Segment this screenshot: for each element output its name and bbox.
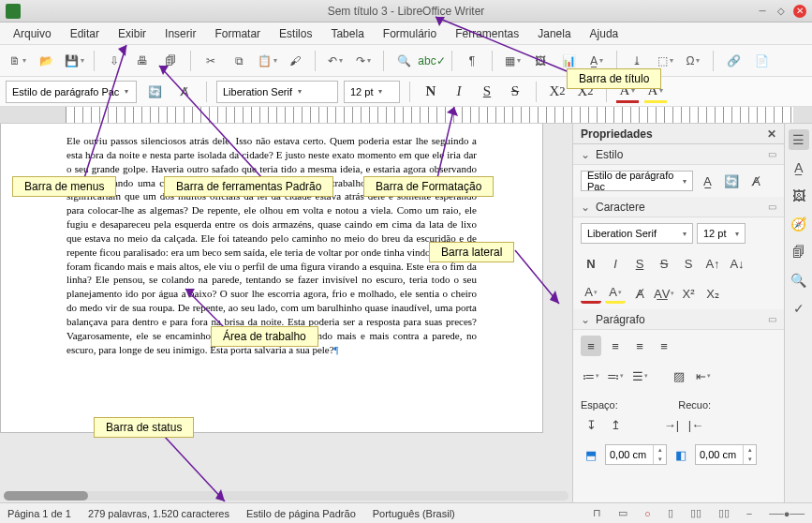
status-word-count[interactable]: 279 palavras, 1.520 caracteres (88, 508, 229, 519)
sidebar-size-combo[interactable]: 12 pt▾ (697, 223, 746, 244)
space-decrease-button[interactable]: ↥ (605, 414, 626, 435)
status-selection-mode[interactable]: ▭ (618, 507, 627, 519)
indent-before-spin[interactable]: ▴▾ (695, 444, 757, 465)
menu-estilos[interactable]: Estilos (272, 25, 319, 42)
maximize-button[interactable]: ◇ (775, 5, 788, 18)
paragraph-style-combo[interactable]: Estilo de parágrafo Pac▾ (6, 81, 137, 103)
sb-superscript-button[interactable]: X² (678, 283, 699, 304)
sb-shadow-button[interactable]: S (678, 253, 699, 274)
bullet-list-button[interactable]: ≔ (581, 366, 601, 386)
tab-navigator[interactable]: 🧭 (789, 214, 809, 234)
indent-increase-button[interactable]: →| (661, 414, 682, 435)
print-button[interactable]: 🖶 (130, 49, 155, 73)
hyperlink-button[interactable]: 🔗 (721, 49, 746, 73)
menu-arquivo[interactable]: Arquivo (6, 25, 59, 42)
menu-tabela[interactable]: Tabela (323, 25, 371, 42)
font-name-combo[interactable]: Liberation Serif▾ (216, 81, 338, 103)
status-view-single[interactable]: ▯ (668, 507, 673, 519)
indent-decrease2-button[interactable]: |← (686, 414, 706, 435)
sidebar-para-style-combo[interactable]: Estilo de parágrafo Pac▾ (581, 171, 693, 191)
menu-formatar[interactable]: Formatar (207, 25, 268, 42)
new-style-icon[interactable]: A̲ (697, 171, 717, 191)
find-button[interactable]: 🔍 (391, 49, 416, 73)
align-left-button[interactable]: ≡ (581, 336, 601, 356)
tab-styles[interactable]: A̲ (789, 157, 809, 178)
tab-gallery[interactable]: 🖼 (789, 186, 809, 206)
italic-button[interactable]: I (448, 81, 470, 103)
insert-image-button[interactable]: 🖼 (528, 49, 553, 73)
status-insert-mode[interactable]: ⊓ (593, 507, 601, 519)
footnote-button[interactable]: 📄 (749, 49, 774, 73)
paragraph-panel-header[interactable]: Parágrafo▭ (573, 309, 784, 330)
redo-button[interactable]: ↷ (351, 49, 376, 73)
character-panel-header[interactable]: Caractere▭ (573, 197, 784, 217)
indent-decrease-button[interactable]: ⇤ (693, 366, 714, 386)
status-page[interactable]: Página 1 de 1 (7, 508, 71, 519)
align-justify-button[interactable]: ≡ (654, 336, 674, 356)
outline-list-button[interactable]: ☰ (629, 366, 650, 386)
sidebar-font-combo[interactable]: Liberation Serif▾ (581, 223, 693, 244)
update-style-button[interactable]: 🔄 (142, 80, 167, 104)
strikethrough-button[interactable]: S (504, 81, 526, 103)
close-button[interactable]: ✕ (793, 5, 806, 18)
underline-button[interactable]: S (476, 81, 498, 103)
update-style-icon[interactable]: 🔄 (721, 171, 742, 191)
tab-properties[interactable]: ☰ (789, 129, 809, 150)
status-page-style[interactable]: Estilo de página Padrão (246, 508, 356, 519)
superscript-button[interactable]: X2 (546, 81, 568, 103)
paste-button[interactable]: 📋 (255, 49, 279, 73)
new-style-button[interactable]: A̸ (172, 80, 197, 104)
tab-inspector[interactable]: 🔍 (789, 270, 809, 291)
spellcheck-button[interactable]: abc✓ (420, 49, 444, 73)
print-preview-button[interactable]: 🗐 (158, 49, 183, 73)
edit-style-icon[interactable]: A̸ (746, 171, 766, 191)
sb-char-spacing-button[interactable]: A͟V (654, 283, 674, 304)
menu-ferramentas[interactable]: Ferramentas (448, 25, 526, 42)
sb-highlight-button[interactable]: A (605, 283, 626, 304)
clone-format-button[interactable]: 🖌 (283, 49, 307, 73)
menu-formulario[interactable]: Formulário (376, 25, 444, 42)
status-view-multi[interactable]: ▯▯ (690, 507, 701, 519)
menu-inserir[interactable]: Inserir (157, 25, 203, 42)
page[interactable]: Ele ouviu passos silenciosos atrás dele.… (0, 124, 543, 433)
export-pdf-button[interactable]: ⇩ (102, 49, 126, 73)
special-char-button[interactable]: Ω (681, 49, 705, 73)
status-signature-icon[interactable]: ○ (644, 508, 651, 519)
number-list-button[interactable]: ≕ (605, 366, 626, 386)
sidebar-close-icon[interactable]: ✕ (767, 127, 776, 141)
sb-increase-size-button[interactable]: A↑ (702, 253, 723, 274)
bold-button[interactable]: N (420, 81, 442, 103)
tab-manage-changes[interactable]: ✓ (789, 298, 809, 319)
align-center-button[interactable]: ≡ (605, 336, 626, 356)
formatting-marks-button[interactable]: ¶ (460, 49, 484, 73)
menu-exibir[interactable]: Exibir (111, 25, 154, 42)
sb-strike-button[interactable]: S (654, 253, 674, 274)
align-right-button[interactable]: ≡ (629, 336, 650, 356)
status-zoom-out[interactable]: − (746, 508, 752, 519)
cut-button[interactable]: ✂ (199, 49, 223, 73)
space-increase-button[interactable]: ↧ (581, 414, 601, 435)
horizontal-scrollbar[interactable] (4, 491, 568, 501)
horizontal-ruler[interactable] (0, 107, 812, 124)
document-body-text[interactable]: Ele ouviu passos silenciosos atrás dele.… (66, 135, 477, 355)
insert-table-button[interactable]: ▦ (500, 49, 524, 73)
minimize-button[interactable]: ─ (756, 5, 769, 18)
new-doc-button[interactable]: 🗎 (6, 49, 30, 73)
status-view-book[interactable]: ▯▯ (718, 507, 730, 519)
menu-editar[interactable]: Editar (63, 25, 107, 42)
sb-subscript-button[interactable]: X₂ (702, 283, 723, 304)
menu-ajuda[interactable]: Ajuda (583, 25, 627, 42)
save-button[interactable]: 💾 (62, 49, 86, 73)
sb-italic-button[interactable]: I (605, 253, 626, 274)
font-size-combo[interactable]: 12 pt▾ (344, 81, 400, 103)
undo-button[interactable]: ↶ (323, 49, 347, 73)
tab-page[interactable]: 🗐 (789, 242, 809, 262)
menu-janela[interactable]: Janela (530, 25, 578, 42)
bg-color-button[interactable]: ▨ (669, 366, 689, 386)
sb-decrease-size-button[interactable]: A↓ (727, 253, 747, 274)
sb-bold-button[interactable]: N (581, 253, 601, 274)
sb-font-color-button[interactable]: A (581, 283, 601, 304)
status-zoom-slider[interactable]: ──●── (769, 508, 805, 519)
copy-button[interactable]: ⧉ (227, 49, 251, 73)
sb-clear-format-button[interactable]: A̸ (629, 283, 650, 304)
